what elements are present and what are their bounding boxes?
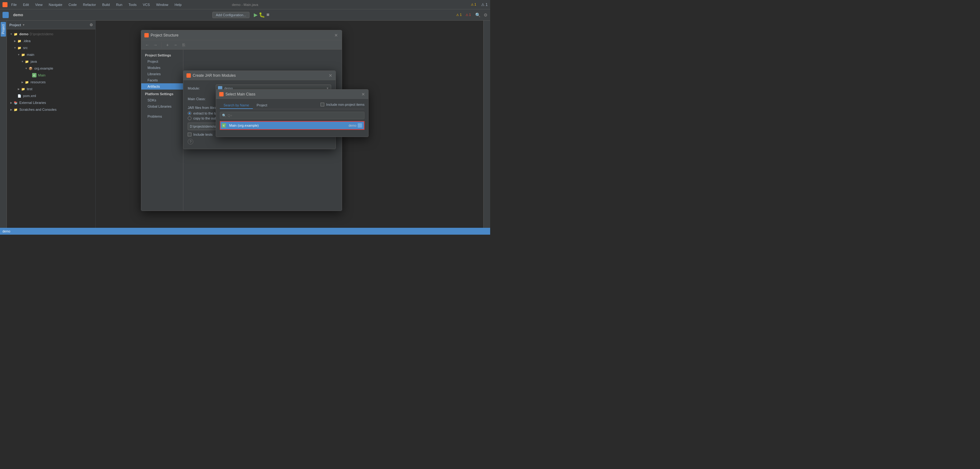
tree-item-pom[interactable]: ▶ 📄 pom.xml (7, 93, 95, 99)
main-toolbar: demo Add Configuration... ▶ 🐛 ■ ⚠ 1 ⚠ 1 … (0, 10, 490, 21)
warning-count: ⚠ 1 (471, 3, 476, 6)
tree-arrow-resources[interactable]: ▶ (21, 80, 24, 84)
back-button[interactable]: ← (144, 41, 151, 48)
nav-libraries[interactable]: Libraries (141, 71, 183, 77)
menu-edit[interactable]: Edit (22, 2, 30, 7)
nav-global-libraries[interactable]: Global Libraries (141, 103, 183, 110)
settings-icon[interactable]: ⚙ (484, 13, 488, 18)
right-gutter (483, 21, 490, 234)
extract-radio[interactable] (188, 112, 191, 115)
tab-search-by-name[interactable]: Search by Name (220, 102, 253, 109)
pom-icon: 📄 (17, 93, 22, 98)
copy-button[interactable]: ⎘ (180, 41, 187, 48)
nav-project[interactable]: Project (141, 58, 183, 65)
run-badge-icon (226, 125, 228, 128)
tree-item-scratches[interactable]: ▶ 📁 Scratches and Consoles (7, 106, 95, 113)
tree-arrow-scratches[interactable]: ▶ (10, 108, 13, 112)
tree-item-main[interactable]: ▼ 📁 main (7, 51, 95, 58)
forward-button[interactable]: → (152, 41, 159, 48)
tree-path-demo: D:\projects\demo (30, 32, 53, 36)
include-non-project-checkbox[interactable] (321, 103, 324, 107)
status-bar: demo (0, 228, 490, 234)
tree-arrow-main[interactable]: ▼ (17, 53, 21, 56)
result-list: C Main (org.example) demo (220, 121, 364, 134)
stop-icon[interactable]: ■ (266, 12, 269, 18)
nav-modules[interactable]: Modules (141, 65, 183, 71)
tree-arrow-ext-libs[interactable]: ▶ (10, 101, 13, 105)
tree-label-pom: pom.xml (23, 94, 36, 98)
panel-title-dropdown[interactable]: Project ▼ (10, 23, 25, 27)
create-jar-close-button[interactable]: ✕ (329, 73, 332, 78)
menu-build[interactable]: Build (101, 2, 111, 7)
panel-settings-icon[interactable]: ⚙ (89, 23, 93, 27)
folder-icon-resources: 📁 (24, 80, 29, 85)
toolbar-error[interactable]: ⚠ 1 (466, 13, 471, 16)
tree-item-test[interactable]: ▶ 📁 test (7, 86, 95, 93)
project-structure-nav: Project Settings Project Modules Librari… (141, 49, 183, 211)
project-structure-icon (144, 33, 149, 37)
tab-project[interactable]: Project (253, 102, 271, 109)
add-configuration-button[interactable]: Add Configuration... (212, 12, 250, 18)
tree-item-demo[interactable]: ▼ 📁 demo D:\projects\demo (7, 30, 95, 37)
project-structure-close[interactable]: ✕ (334, 33, 339, 38)
search-field[interactable]: 🔍 Q+ (220, 112, 364, 119)
search-icon[interactable]: 🔍 (475, 13, 480, 18)
toolbar-warning[interactable]: ⚠ 1 (456, 13, 461, 16)
nav-problems[interactable]: Problems (141, 113, 183, 120)
tree-arrow-src[interactable]: ▼ (13, 46, 17, 49)
menu-window[interactable]: Window (155, 2, 170, 7)
debug-icon[interactable]: 🐛 (259, 12, 265, 18)
menu-help[interactable]: Help (173, 2, 183, 7)
result-item-main[interactable]: C Main (org.example) demo (220, 121, 364, 130)
panel-title-label: Project (10, 23, 21, 27)
folder-icon-java: 📁 (24, 59, 29, 64)
result-class-icon: C (222, 123, 227, 128)
include-non-project-label: Include non-project items (326, 103, 364, 107)
nav-artifacts[interactable]: Artifacts (141, 83, 183, 89)
help-button[interactable]: ? (188, 139, 193, 145)
menu-view[interactable]: View (34, 2, 44, 7)
status-text: demo (3, 230, 10, 233)
tree-label-main: main (27, 53, 34, 56)
menu-refactor[interactable]: Refactor (82, 2, 97, 7)
remove-button[interactable]: − (172, 41, 179, 48)
menu-bar[interactable]: File Edit View Navigate Code Refactor Bu… (10, 2, 183, 7)
nav-sdks[interactable]: SDKs (141, 97, 183, 103)
tree-item-idea[interactable]: ▶ 📁 .idea (7, 37, 95, 44)
select-main-close-button[interactable]: ✕ (361, 92, 365, 97)
include-tests-checkbox[interactable] (188, 132, 191, 136)
folder-icon: 📁 (13, 32, 18, 37)
tree-item-ext-libs[interactable]: ▶ 📚 External Libraries (7, 99, 95, 106)
menu-code[interactable]: Code (67, 2, 78, 7)
tab-project[interactable]: Project (1, 22, 6, 37)
tree-arrow-demo[interactable]: ▼ (10, 32, 13, 36)
tree-arrow-test[interactable]: ▶ (17, 87, 21, 91)
menu-vcs[interactable]: VCS (142, 2, 151, 7)
nav-facets[interactable]: Facets (141, 77, 183, 83)
add-button[interactable]: + (164, 41, 171, 48)
tree-item-src[interactable]: ▼ 📁 src (7, 44, 95, 51)
copy-radio[interactable] (188, 116, 191, 120)
tree-label-org-example: org.example (34, 67, 53, 70)
left-tab-strip: Project (0, 21, 7, 234)
project-tree: ▼ 📁 demo D:\projects\demo ▶ 📁 .idea ▼ 📁 … (7, 29, 95, 234)
tree-arrow-java[interactable]: ▼ (21, 60, 24, 63)
menu-tools[interactable]: Tools (127, 2, 138, 7)
panel-dropdown-arrow[interactable]: ▼ (22, 23, 25, 27)
tree-item-main-class[interactable]: ▶ C Main (7, 72, 95, 79)
project-icon (3, 12, 9, 18)
tree-item-resources[interactable]: ▶ 📁 resources (7, 79, 95, 86)
lib-icon: 📚 (13, 100, 18, 105)
menu-run[interactable]: Run (115, 2, 124, 7)
select-main-class-dialog[interactable]: Select Main Class ✕ Search by Name Proje… (216, 89, 369, 137)
tab-row: Search by Name Project Include non-proje… (220, 102, 364, 109)
tree-item-org-example[interactable]: ▼ 📦 org.example (7, 65, 95, 72)
tree-item-java[interactable]: ▼ 📁 java (7, 58, 95, 65)
tree-arrow-org[interactable]: ▼ (24, 67, 28, 70)
menu-navigate[interactable]: Navigate (48, 2, 63, 7)
menu-file[interactable]: File (10, 2, 18, 7)
main-layout: Project Project ▼ ⚙ ▼ 📁 demo D:\projects… (0, 21, 490, 234)
tree-arrow-idea[interactable]: ▶ (13, 39, 17, 43)
run-icon[interactable]: ▶ (254, 12, 258, 18)
folder-icon-idea: 📁 (17, 38, 22, 43)
